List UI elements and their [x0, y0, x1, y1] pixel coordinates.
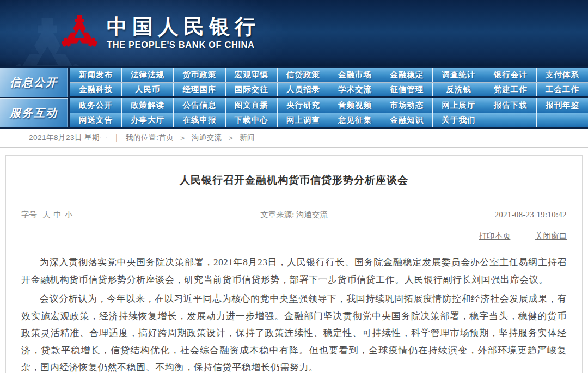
bank-name-chinese: 中国人民银行 — [107, 15, 260, 38]
nav-item[interactable]: 人员招录 — [277, 83, 329, 96]
nav-item[interactable]: 金融市场 — [329, 68, 381, 82]
article-paragraph: 为深入贯彻落实党中央国务院决策部署，2021年8月23日，人民银行行长、国务院金… — [21, 254, 567, 288]
nav-item[interactable]: 下载中心 — [225, 113, 277, 127]
nav-item[interactable]: 报告下载 — [485, 98, 536, 113]
nav-item[interactable]: 市场动态 — [381, 98, 432, 113]
font-size-小-link[interactable]: 小 — [65, 210, 73, 219]
nav-item[interactable]: 政策解读 — [121, 98, 173, 113]
nav-item[interactable]: 银行会计 — [485, 68, 536, 82]
nav-item-empty — [485, 113, 536, 127]
nav-item[interactable]: 金融知识 — [381, 113, 432, 127]
pbc-logo-icon — [60, 9, 99, 58]
nav-item[interactable]: 报刊年鉴 — [536, 98, 588, 113]
breadcrumb: 2021年8月23日 星期一 ｜ 我的位置:首页 >沟通交流>新闻 — [0, 129, 588, 148]
breadcrumb-trail: >沟通交流>新闻 — [174, 133, 255, 143]
nav-section-2: 服务互动政务公开政策解读公告信息图文直播央行研究音频视频市场动态网上展厅报告下载… — [0, 98, 588, 127]
nav-item[interactable]: 信贷政策 — [277, 68, 329, 82]
bank-name-english: THE PEOPLE'S BANK OF CHINA — [107, 40, 260, 50]
nav-section-label[interactable]: 服务互动 — [0, 98, 70, 127]
nav-item[interactable]: 办事大厅 — [121, 113, 173, 127]
font-size-label: 字号 — [21, 210, 37, 219]
bank-name: 中国人民银行 THE PEOPLE'S BANK OF CHINA — [107, 15, 260, 50]
nav-item[interactable]: 学术交流 — [329, 83, 381, 96]
font-size-大-link[interactable]: 大 — [42, 210, 51, 219]
nav-item[interactable]: 党建工作 — [485, 83, 536, 96]
nav-item[interactable]: 意见征集 — [329, 113, 381, 127]
nav-row: 政务公开政策解读公告信息图文直播央行研究音频视频市场动态网上展厅报告下载报刊年鉴 — [70, 98, 588, 113]
nav-item[interactable]: 支付体系 — [536, 68, 588, 82]
nav-item[interactable]: 货币政策 — [173, 68, 225, 82]
article-container: 人民银行召开金融机构货币信贷形势分析座谈会 字号 大中小 文章来源: 沟通交流 … — [5, 155, 583, 373]
nav-item-empty — [536, 113, 588, 127]
nav-item[interactable]: 宏观审慎 — [225, 68, 277, 82]
nav-section-label[interactable]: 信息公开 — [0, 68, 70, 97]
nav-item[interactable]: 经理国库 — [173, 83, 225, 96]
nav-item[interactable]: 调查统计 — [432, 68, 484, 82]
breadcrumb-item[interactable]: 新闻 — [240, 133, 255, 143]
nav-item[interactable]: 政务公开 — [70, 98, 121, 113]
breadcrumb-arrow: > — [229, 134, 233, 142]
nav-row: 新闻发布法律法规货币政策宏观审慎信贷政策金融市场金融稳定调查统计银行会计支付体系 — [70, 68, 588, 82]
nav-item[interactable]: 金融稳定 — [381, 68, 432, 82]
nav-item[interactable]: 新闻发布 — [70, 68, 121, 82]
main-nav: 信息公开新闻发布法律法规货币政策宏观审慎信贷政策金融市场金融稳定调查统计银行会计… — [0, 66, 588, 129]
nav-item[interactable]: 工会工作 — [536, 83, 588, 96]
nav-item[interactable]: 人民币 — [121, 83, 173, 96]
nav-row: 金融科技人民币经理国库国际交往人员招录学术交流征信管理反洗钱党建工作工会工作 — [70, 82, 588, 96]
nav-item[interactable]: 网上展厅 — [432, 98, 484, 113]
article-title: 人民银行召开金融机构货币信贷形势分析座谈会 — [6, 173, 582, 187]
nav-section-1: 信息公开新闻发布法律法规货币政策宏观审慎信贷政策金融市场金融稳定调查统计银行会计… — [0, 68, 588, 97]
nav-item[interactable]: 网送文告 — [70, 113, 121, 127]
nav-item[interactable]: 金融科技 — [70, 83, 121, 96]
article-body: 为深入贯彻落实党中央国务院决策部署，2021年8月23日，人民银行行长、国务院金… — [21, 254, 567, 373]
font-size-中-link[interactable]: 中 — [53, 210, 62, 219]
breadcrumb-location-home[interactable]: 我的位置:首页 — [126, 133, 174, 143]
close-window-link[interactable]: 关闭窗口 — [535, 231, 567, 240]
nav-item[interactable]: 音频视频 — [329, 98, 381, 113]
breadcrumb-date: 2021年8月23日 星期一 — [29, 133, 107, 143]
nav-item[interactable]: 反洗钱 — [432, 83, 484, 96]
breadcrumb-item[interactable]: 沟通交流 — [192, 133, 222, 143]
article-datetime: 2021-08-23 19:10:42 — [495, 210, 567, 219]
nav-rows: 新闻发布法律法规货币政策宏观审慎信贷政策金融市场金融稳定调查统计银行会计支付体系… — [70, 68, 588, 97]
site-header: 中国人民银行 THE PEOPLE'S BANK OF CHINA — [0, 0, 588, 66]
nav-item[interactable]: 在线申报 — [173, 113, 225, 127]
article-tools: 打印本页 关闭窗口 — [456, 231, 567, 241]
nav-rows: 政务公开政策解读公告信息图文直播央行研究音频视频市场动态网上展厅报告下载报刊年鉴… — [70, 98, 588, 127]
nav-row: 网送文告办事大厅在线申报下载中心网上调查意见征集金融知识关于我们 — [70, 113, 588, 127]
nav-item[interactable]: 图文直播 — [225, 98, 277, 113]
article-meta-strip: 字号 大中小 文章来源: 沟通交流 2021-08-23 19:10:42 — [21, 205, 567, 224]
nav-item[interactable]: 国际交往 — [225, 83, 277, 96]
print-page-link[interactable]: 打印本页 — [479, 231, 510, 240]
nav-item[interactable]: 公告信息 — [173, 98, 225, 113]
nav-item[interactable]: 法律法规 — [121, 68, 173, 82]
font-size-controls: 字号 大中小 — [21, 210, 76, 220]
article-source: 文章来源: 沟通交流 — [21, 210, 567, 220]
nav-item[interactable]: 央行研究 — [277, 98, 329, 113]
nav-item[interactable]: 网上调查 — [277, 113, 329, 127]
article-paragraph: 会议分析认为，今年以来，在以习近平同志为核心的党中央坚强领导下，我国持续巩固拓展… — [21, 290, 567, 373]
nav-item[interactable]: 征信管理 — [381, 83, 432, 96]
nav-item[interactable]: 关于我们 — [432, 113, 484, 127]
page: 中国人民银行 THE PEOPLE'S BANK OF CHINA 信息公开新闻… — [0, 0, 588, 373]
breadcrumb-separator: ｜ — [113, 133, 120, 143]
breadcrumb-arrow: > — [180, 134, 185, 142]
